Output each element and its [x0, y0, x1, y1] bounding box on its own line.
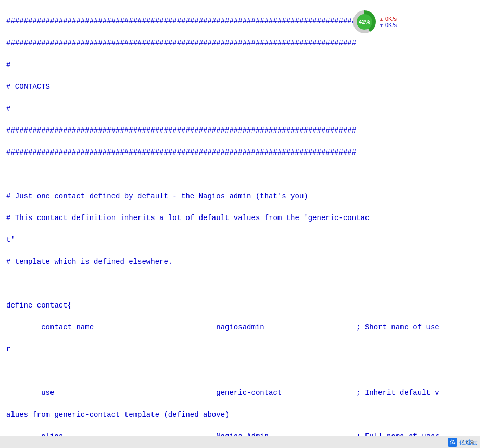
yisu-logo: 亿 亿速云	[448, 438, 478, 447]
net-down-value: 0K/s	[385, 22, 397, 28]
hash-row-3: ########################################…	[6, 126, 356, 135]
arrow-up-icon	[379, 16, 384, 22]
hash-row-4: ########################################…	[6, 148, 356, 157]
net-up-value: 0K/s	[385, 16, 397, 22]
net-up: 0K/s	[379, 16, 397, 22]
status-widget: 42% 0K/s 0K/s	[353, 10, 397, 33]
arrow-down-icon	[379, 22, 384, 28]
logo-text: 亿速云	[459, 438, 478, 447]
blank-1: #	[6, 61, 10, 69]
status-bar: 47,9	[0, 436, 480, 448]
cpu-inner: 42%	[357, 14, 372, 30]
use-cont: alues from generic-contact template (def…	[6, 411, 229, 419]
contact-name-line: contact_name nagiosadmin ; Short name of…	[6, 323, 439, 331]
hash-row-1: ########################################…	[6, 17, 356, 25]
blank-2: #	[6, 105, 10, 113]
network-stats: 0K/s 0K/s	[379, 16, 397, 28]
cpu-percent: 42%	[359, 19, 370, 25]
comment-line-2: # This contact definition inherits a lot…	[6, 214, 369, 222]
comment-line-3: # template which is defined elsewhere.	[6, 258, 172, 266]
contact-name-cont: r	[6, 345, 10, 353]
main-content: ########################################…	[0, 0, 480, 448]
logo-icon: 亿	[448, 438, 457, 447]
contacts-label: # CONTACTS	[6, 83, 50, 91]
comment-line-1: # Just one contact defined by default - …	[6, 192, 308, 200]
use-line: use generic-contact ; Inherit default v	[6, 389, 439, 397]
net-down: 0K/s	[379, 22, 397, 28]
cpu-circle: 42%	[353, 10, 376, 33]
define-block: define contact{	[6, 301, 72, 310]
comment-line-2b: t'	[6, 236, 15, 244]
hash-row-2: ########################################…	[6, 39, 356, 47]
